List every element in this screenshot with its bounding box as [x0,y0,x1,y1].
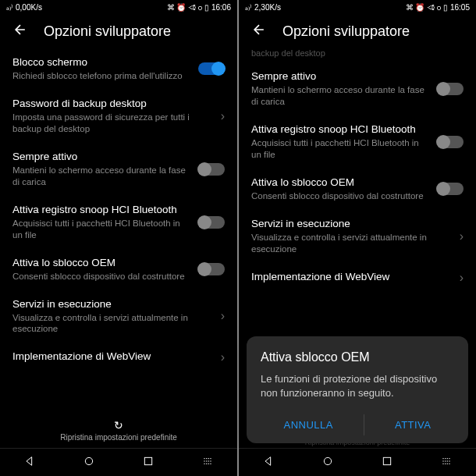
toggle-switch[interactable] [198,163,225,176]
signal-icon: ₐ₎⁾ [6,3,12,12]
chevron-right-icon: › [460,229,464,243]
item-subtitle: Consenti sblocco dispositivo dal costrut… [251,190,431,202]
nav-back-icon[interactable] [262,455,275,471]
nav-drawer-icon[interactable] [201,455,214,471]
chevron-right-icon: › [460,271,464,285]
setting-item[interactable]: Attiva lo sblocco OEMConsenti sblocco di… [12,249,225,290]
nav-drawer-icon[interactable] [440,455,453,471]
item-subtitle: Richiedi sblocco telefono prima dell'uti… [12,70,192,82]
svg-point-0 [85,457,92,464]
item-title: Attiva lo sblocco OEM [12,257,192,268]
setting-item[interactable]: Servizi in esecuzioneVisualizza e contro… [12,290,225,343]
dialog-title: Attiva sblocco OEM [261,350,454,364]
setting-item[interactable]: Sempre attivoMantieni lo schermo acceso … [251,62,464,115]
toggle-switch[interactable] [198,216,225,229]
svg-point-2 [324,457,331,464]
status-icons: ⌘ ⏰ ⏿ ▢ [167,3,202,12]
back-icon[interactable] [251,22,267,41]
status-bar: ₐ₎⁾ 2,30K/s ⌘ ⏰ ⏿ ▢ ▯ 16:05 [239,0,476,14]
setting-item[interactable]: Attiva registro snoop HCI BluetoothAcqui… [12,196,225,249]
item-title: Sempre attivo [251,70,431,82]
phone-left: ₐ₎⁾ 0,00K/s ⌘ ⏰ ⏿ ▢ ▯ 16:06 Opzioni svil… [0,0,237,476]
item-title: Attiva registro snoop HCI Bluetooth [12,204,192,215]
setting-item[interactable]: Attiva lo sblocco OEMConsenti sblocco di… [251,169,464,210]
toggle-switch[interactable] [437,136,464,148]
item-subtitle: Visualizza e controlla i servizi attualm… [251,232,453,255]
network-speed: 2,30K/s [254,3,281,12]
item-subtitle: Imposta una password di sicurezza per tu… [12,112,215,135]
svg-rect-3 [383,457,390,464]
oem-dialog: Attiva sblocco OEM Le funzioni di protez… [247,336,468,443]
chevron-right-icon: › [221,109,225,123]
cancel-button[interactable]: ANNULLA [268,414,348,435]
setting-item[interactable]: Implementazione di WebView› [251,263,464,293]
toggle-switch[interactable] [437,83,464,95]
page-title: Opzioni sviluppatore [44,23,171,40]
item-subtitle: Mantieni lo schermo acceso durante la fa… [251,84,431,108]
item-title: Password di backup desktop [12,98,215,109]
toggle-switch[interactable] [437,183,464,195]
clock: 16:06 [211,3,231,12]
item-subtitle: Acquisisci tutti i pacchetti HCI Bluetoo… [251,137,431,161]
chevron-right-icon: › [221,350,225,364]
item-title: Sempre attivo [12,151,192,162]
nav-back-icon[interactable] [23,455,36,471]
clock: 16:05 [450,3,470,12]
confirm-button[interactable]: ATTIVA [379,414,447,435]
phone-right: ₐ₎⁾ 2,30K/s ⌘ ⏰ ⏿ ▢ ▯ 16:05 Opzioni svil… [239,0,476,476]
header: Opzioni sviluppatore [239,14,476,48]
item-title: Blocco schermo [12,56,192,68]
setting-item[interactable]: Servizi in esecuzioneVisualizza e contro… [251,210,464,263]
reset-button[interactable]: ↻ Ripristina impostazioni predefinite [0,413,237,448]
nav-bar [239,448,476,476]
nav-recent-icon[interactable] [142,455,155,471]
item-title: Servizi in esecuzione [12,298,215,310]
dialog-text: Le funzioni di protezione del dispositiv… [261,372,454,400]
back-icon[interactable] [12,22,28,41]
reset-label: Ripristina impostazioni predefinite [0,433,237,442]
battery-icon: ▯ [443,3,448,12]
cutoff-text: backup del desktop [239,48,476,62]
setting-item[interactable]: Password di backup desktopImposta una pa… [12,90,225,143]
reset-icon: ↻ [0,419,237,432]
page-title: Opzioni sviluppatore [282,23,410,40]
toggle-switch[interactable] [198,62,225,75]
nav-home-icon[interactable] [83,455,95,471]
setting-item[interactable]: Attiva registro snoop HCI BluetoothAcqui… [251,115,464,169]
signal-icon: ₐ₎⁾ [245,3,251,12]
item-subtitle: Visualizza e controlla i servizi attualm… [12,312,215,336]
setting-item[interactable]: Implementazione di WebView› [12,343,225,372]
item-title: Implementazione di WebView [251,271,453,282]
status-bar: ₐ₎⁾ 0,00K/s ⌘ ⏰ ⏿ ▢ ▯ 16:06 [0,0,237,14]
nav-home-icon[interactable] [321,455,334,471]
network-speed: 0,00K/s [16,3,42,12]
battery-icon: ▯ [204,3,209,12]
nav-bar [0,448,237,476]
item-subtitle: Consenti sblocco dispositivo dal costrut… [12,271,192,282]
chevron-right-icon: › [221,309,225,323]
dialog-separator [364,414,364,435]
header: Opzioni sviluppatore [0,14,237,48]
item-subtitle: Acquisisci tutti i pacchetti HCI Bluetoo… [12,218,192,241]
svg-rect-1 [144,457,151,464]
nav-recent-icon[interactable] [381,455,393,471]
toggle-switch[interactable] [198,263,225,275]
setting-item[interactable]: Sempre attivoMantieni lo schermo acceso … [12,143,225,196]
item-title: Implementazione di WebView [12,350,215,362]
item-title: Attiva registro snoop HCI Bluetooth [251,123,431,135]
item-subtitle: Mantieni lo schermo acceso durante la fa… [12,165,192,188]
status-icons: ⌘ ⏰ ⏿ ▢ [406,3,441,12]
setting-item[interactable]: Blocco schermoRichiedi sblocco telefono … [12,48,225,90]
item-title: Attiva lo sblocco OEM [251,176,431,188]
item-title: Servizi in esecuzione [251,218,453,229]
